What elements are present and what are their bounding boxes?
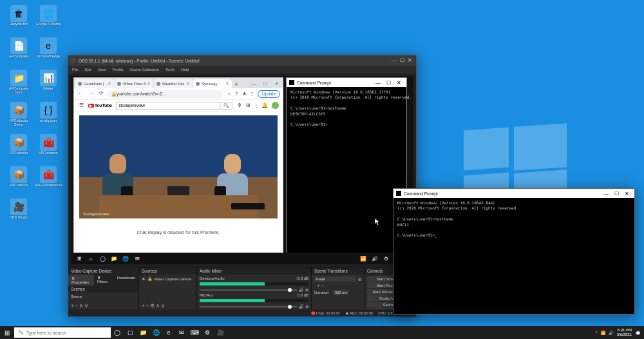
yt-header-icon[interactable]: 🔔 xyxy=(261,102,268,108)
taskbar-app-icon[interactable]: 🌐 xyxy=(149,326,162,339)
desktop-icon[interactable]: 🎥OBS Studio xyxy=(5,199,32,228)
desktop-icon[interactable]: 📦APCollector Setup xyxy=(5,102,32,131)
gear-icon[interactable]: ⚙ xyxy=(305,304,308,309)
close-button[interactable]: ✕ xyxy=(271,79,283,88)
taskbar-app-icon[interactable]: ✉ xyxy=(133,254,142,263)
desktop-icon[interactable]: 🌐Google Chrome xyxy=(35,5,62,35)
remove-icon[interactable]: − xyxy=(75,303,79,309)
yt-header-icon[interactable]: ⊞ xyxy=(245,102,251,108)
up-icon[interactable]: ∧ xyxy=(156,303,160,309)
back-button[interactable]: ← xyxy=(77,90,84,98)
close-button[interactable]: ✕ xyxy=(406,57,413,64)
video-player[interactable]: StorageReview xyxy=(79,115,278,218)
close-tab-icon[interactable]: ✕ xyxy=(225,81,229,86)
source-item[interactable]: 👁🔒Video Capture Device xyxy=(142,276,194,282)
menu-file[interactable]: File xyxy=(72,66,79,73)
taskbar-app-icon[interactable]: 🎥 xyxy=(214,326,227,339)
desktop-icon[interactable]: 📁APCompare Docs xyxy=(5,70,32,99)
address-bar[interactable]: 🔒 youtube.com/watch?v=Z… xyxy=(108,90,223,98)
maximize-button[interactable]: ☐ xyxy=(398,57,406,64)
close-tab-icon[interactable]: ✕ xyxy=(108,81,111,86)
minimize-button[interactable]: — xyxy=(601,191,611,197)
search-input[interactable] xyxy=(116,102,220,110)
menu-edit[interactable]: Edit xyxy=(85,66,91,73)
toolbar-icon[interactable]: ★ xyxy=(241,91,247,97)
add-icon[interactable]: + xyxy=(142,303,145,309)
desktop-icon[interactable]: 🧰APCompare xyxy=(35,134,62,164)
mute-icon[interactable]: 🔊 xyxy=(299,287,303,292)
desktop-icon[interactable]: eMicrosoft Edge xyxy=(35,37,62,67)
update-button[interactable]: Update xyxy=(258,90,280,98)
taskbar-app-icon[interactable]: ⌨ xyxy=(188,326,201,339)
close-button[interactable]: ✕ xyxy=(393,80,404,86)
toolbar-icon[interactable]: ⇪ xyxy=(233,91,240,97)
tray-icon[interactable]: 🔊 xyxy=(370,254,379,263)
taskbar-app-icon[interactable]: 📁 xyxy=(109,254,118,263)
start-button[interactable]: ⊞ xyxy=(0,326,14,339)
avatar[interactable] xyxy=(272,102,279,109)
search-button[interactable]: 🔍 xyxy=(220,102,232,110)
add-icon[interactable]: + xyxy=(71,303,74,309)
source-tab[interactable]: Deactivate xyxy=(114,275,138,286)
close-tab-icon[interactable]: ✕ xyxy=(186,81,190,86)
maximize-button[interactable]: ☐ xyxy=(260,79,271,88)
desktop-icon[interactable]: { }config.json xyxy=(35,102,62,131)
gear-icon[interactable]: ⚙ xyxy=(305,287,308,292)
yt-header-icon[interactable]: ⋮ xyxy=(253,102,260,108)
forward-button[interactable]: → xyxy=(87,90,95,98)
browser-tab[interactable]: Weather Dat✕ xyxy=(154,79,193,88)
cmd-titlebar[interactable]: Command Prompt — ☐ ✕ xyxy=(393,189,634,198)
remove-icon[interactable]: − xyxy=(146,303,149,309)
toolbar-icon[interactable]: ⋮ xyxy=(249,91,255,97)
taskbar-app-icon[interactable]: ⌕ xyxy=(86,254,95,263)
notifications-icon[interactable]: 💬 xyxy=(636,331,640,335)
scene-item[interactable]: Scene xyxy=(71,294,136,299)
obs-preview-canvas[interactable]: Conditions |✕White Pass S✕Weather Dat✕Sy… xyxy=(68,73,416,267)
taskbar-search[interactable]: 🔍 Type here to search xyxy=(14,327,111,338)
taskbar-app-icon[interactable]: ⊞ xyxy=(75,254,84,263)
maximize-button[interactable]: ☐ xyxy=(611,191,621,197)
tray-icon[interactable]: 📶 xyxy=(359,254,368,263)
taskbar-app-icon[interactable]: e xyxy=(162,326,175,339)
menu-tools[interactable]: Tools xyxy=(166,66,175,73)
remove-icon[interactable]: − xyxy=(321,283,325,289)
desktop-icon[interactable]: 📦APCollector xyxy=(5,134,32,164)
tray-icon[interactable]: ⚙ xyxy=(382,254,391,263)
yt-header-icon[interactable]: 🎙 xyxy=(236,102,243,108)
minimize-button[interactable]: — xyxy=(390,57,398,64)
cmd-titlebar[interactable]: Command Prompt — ☐ ✕ xyxy=(287,78,406,87)
menu-profile[interactable]: Profile xyxy=(113,66,124,73)
volume-slider[interactable] xyxy=(288,305,292,309)
tray-icon[interactable]: ^ xyxy=(596,331,598,335)
down-icon[interactable]: ∨ xyxy=(161,303,165,309)
up-icon[interactable]: ∧ xyxy=(79,303,83,309)
new-tab-button[interactable]: + xyxy=(232,81,240,88)
hamburger-icon[interactable]: ☰ xyxy=(78,102,84,108)
desktop-icon[interactable]: 📦APCollector xyxy=(5,166,32,196)
menu-help[interactable]: Help xyxy=(181,66,189,73)
minimize-button[interactable]: — xyxy=(373,80,383,86)
obs-titlebar[interactable]: OBS 26.1.1 (64-bit, windows) - Profile: … xyxy=(68,55,416,66)
gear-icon[interactable]: ⚙ xyxy=(150,303,155,309)
host-clock[interactable]: 6:31 PM 3/6/2021 xyxy=(617,328,632,336)
duration-value[interactable]: 300 ms xyxy=(333,290,350,295)
taskbar-app-icon[interactable]: ◯ xyxy=(98,254,107,263)
taskbar-app-icon[interactable]: ◯ xyxy=(111,326,124,339)
menu-scene collection[interactable]: Scene Collection xyxy=(130,66,159,73)
volume-slider[interactable] xyxy=(288,288,292,292)
tray-icon[interactable]: 📶 xyxy=(601,331,605,335)
maximize-button[interactable]: ☐ xyxy=(383,80,393,86)
toolbar-icon[interactable]: ☆ xyxy=(225,91,232,97)
taskbar-app-icon[interactable]: 🌐 xyxy=(121,254,130,263)
desktop-icon[interactable]: 🗑Recycle Bin xyxy=(5,5,32,35)
close-tab-icon[interactable]: ✕ xyxy=(147,81,151,86)
desktop-icon[interactable]: 📊iMeter xyxy=(35,70,62,99)
gear-icon[interactable]: ⚙ xyxy=(358,277,361,282)
transition-mode[interactable]: Fade xyxy=(314,276,356,282)
youtube-logo[interactable]: ▶YouTube xyxy=(88,103,112,108)
minimize-button[interactable]: — xyxy=(248,79,260,88)
browser-tab[interactable]: Conditions |✕ xyxy=(75,79,114,88)
taskbar-app-icon[interactable]: ⚙ xyxy=(201,326,214,339)
taskbar-app-icon[interactable]: ▢ xyxy=(124,326,137,339)
source-tab[interactable]: ⚙ Properties xyxy=(68,275,94,286)
